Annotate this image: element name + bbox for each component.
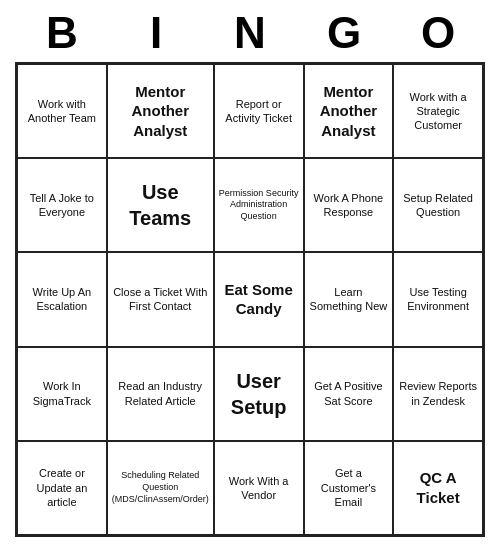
bingo-cell: Work In SigmaTrack	[17, 347, 107, 441]
bingo-cell: Permission Security Administration Quest…	[214, 158, 304, 252]
bingo-cell: Mentor Another Analyst	[304, 64, 394, 158]
bingo-cell: Read an Industry Related Article	[107, 347, 214, 441]
bingo-cell: Learn Something New	[304, 252, 394, 346]
bingo-cell: Mentor Another Analyst	[107, 64, 214, 158]
bingo-cell: Setup Related Question	[393, 158, 483, 252]
bingo-cell: Scheduling Related Question (MDS/ClinAss…	[107, 441, 214, 535]
bingo-cell: Use Testing Environment	[393, 252, 483, 346]
bingo-cell: Work with Another Team	[17, 64, 107, 158]
header-letter: G	[301, 8, 387, 58]
header-letter: I	[113, 8, 199, 58]
bingo-cell: Work With a Vendor	[214, 441, 304, 535]
bingo-cell: Tell A Joke to Everyone	[17, 158, 107, 252]
bingo-cell: Review Reports in Zendesk	[393, 347, 483, 441]
header-letter: N	[207, 8, 293, 58]
bingo-cell: Report or Activity Ticket	[214, 64, 304, 158]
bingo-cell: QC A Ticket	[393, 441, 483, 535]
bingo-cell: Get A Positive Sat Score	[304, 347, 394, 441]
bingo-cell: Write Up An Escalation	[17, 252, 107, 346]
bingo-cell: Eat Some Candy	[214, 252, 304, 346]
bingo-cell: User Setup	[214, 347, 304, 441]
bingo-cell: Work A Phone Response	[304, 158, 394, 252]
header-letter: O	[395, 8, 481, 58]
bingo-cell: Use Teams	[107, 158, 214, 252]
bingo-cell: Close a Ticket With First Contact	[107, 252, 214, 346]
bingo-header: BINGO	[15, 0, 485, 62]
bingo-cell: Work with a Strategic Customer	[393, 64, 483, 158]
bingo-grid: Work with Another TeamMentor Another Ana…	[15, 62, 485, 537]
header-letter: B	[19, 8, 105, 58]
bingo-cell: Get a Customer's Email	[304, 441, 394, 535]
bingo-cell: Create or Update an article	[17, 441, 107, 535]
